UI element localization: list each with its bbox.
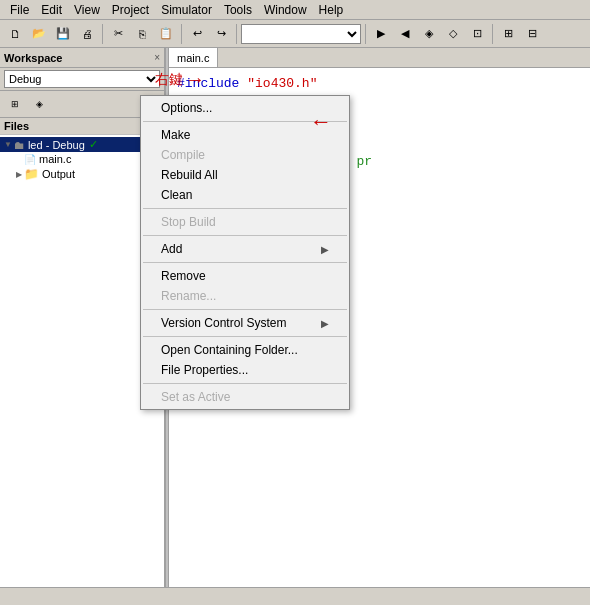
ctx-rebuild-all-label: Rebuild All xyxy=(161,168,218,182)
menubar: File Edit View Project Simulator Tools W… xyxy=(0,0,590,20)
folder-icon-output: 📁 xyxy=(24,167,39,181)
ctx-set-active-label: Set as Active xyxy=(161,390,230,404)
sidebar-header: Workspace × xyxy=(0,48,164,68)
toolbar-print[interactable]: 🖨 xyxy=(76,23,98,45)
toolbar-undo[interactable]: ↩ xyxy=(186,23,208,45)
toolbar-config-dropdown[interactable] xyxy=(241,24,361,44)
checkmark-icon: ✓ xyxy=(89,138,98,151)
ctx-open-folder[interactable]: Open Containing Folder... xyxy=(141,340,349,360)
ctx-file-properties[interactable]: File Properties... xyxy=(141,360,349,380)
menu-edit[interactable]: Edit xyxy=(35,1,68,19)
toolbar-sep4 xyxy=(365,24,366,44)
ctx-options-label: Options... xyxy=(161,101,212,115)
ctx-set-active: Set as Active xyxy=(141,387,349,407)
toolbar-btn9[interactable]: ⊡ xyxy=(466,23,488,45)
toolbar-save[interactable]: 💾 xyxy=(52,23,74,45)
ctx-sep6 xyxy=(143,336,347,337)
toolbar-new[interactable]: 🗋 xyxy=(4,23,26,45)
context-menu: Options... Make Compile Rebuild All Clea… xyxy=(140,95,350,410)
toolbar-btn10[interactable]: ⊞ xyxy=(497,23,519,45)
toolbar-btn6[interactable]: ◀ xyxy=(394,23,416,45)
toolbar-sep2 xyxy=(181,24,182,44)
tree-item-label-root: led - Debug xyxy=(28,139,85,151)
ctx-add-arrow: ▶ xyxy=(321,244,329,255)
toolbar-redo[interactable]: ↪ xyxy=(210,23,232,45)
ctx-sep5 xyxy=(143,309,347,310)
editor-tabs: main.c xyxy=(169,48,590,68)
ctx-clean[interactable]: Clean xyxy=(141,185,349,205)
editor-tab-label: main.c xyxy=(177,52,209,64)
toolbar: 🗋 📂 💾 🖨 ✂ ⎘ 📋 ↩ ↪ ▶ ◀ ◈ ◇ ⊡ ⊞ ⊟ xyxy=(0,20,590,48)
expand-arrow-output: ▶ xyxy=(16,170,22,179)
toolbar-copy[interactable]: ⎘ xyxy=(131,23,153,45)
toolbar-btn8[interactable]: ◇ xyxy=(442,23,464,45)
sidebar-close-button[interactable]: × xyxy=(154,52,160,63)
sidebar-dropdown-row: Debug Release xyxy=(0,68,164,91)
ctx-add-label: Add xyxy=(161,242,182,256)
ctx-make[interactable]: Make xyxy=(141,125,349,145)
file-icon-mainc: 📄 xyxy=(24,154,36,165)
editor-tab-mainc[interactable]: main.c xyxy=(169,48,218,67)
toolbar-btn5[interactable]: ▶ xyxy=(370,23,392,45)
code-include-file: "io430.h" xyxy=(247,76,317,91)
ctx-stop-build: Stop Build xyxy=(141,212,349,232)
ctx-compile-label: Compile xyxy=(161,148,205,162)
ctx-compile: Compile xyxy=(141,145,349,165)
ctx-add[interactable]: Add ▶ xyxy=(141,239,349,259)
toolbar-btn7[interactable]: ◈ xyxy=(418,23,440,45)
sidebar-files-label-text: Files xyxy=(4,120,29,132)
tree-item-label-mainc: main.c xyxy=(39,153,71,165)
menu-project[interactable]: Project xyxy=(106,1,155,19)
ctx-version-control[interactable]: Version Control System ▶ xyxy=(141,313,349,333)
ctx-make-label: Make xyxy=(161,128,190,142)
ctx-remove[interactable]: Remove xyxy=(141,266,349,286)
ctx-version-control-label: Version Control System xyxy=(161,316,286,330)
ctx-rebuild-all[interactable]: Rebuild All xyxy=(141,165,349,185)
sidebar-config-dropdown[interactable]: Debug Release xyxy=(4,70,160,88)
code-include: #include xyxy=(177,76,239,91)
ctx-rename: Rename... xyxy=(141,286,349,306)
toolbar-btn11[interactable]: ⊟ xyxy=(521,23,543,45)
toolbar-open[interactable]: 📂 xyxy=(28,23,50,45)
ctx-sep2 xyxy=(143,208,347,209)
code-line-1: #include "io430.h" xyxy=(177,74,582,94)
expand-arrow-root: ▼ xyxy=(4,140,12,149)
toolbar-cut[interactable]: ✂ xyxy=(107,23,129,45)
ctx-options[interactable]: Options... xyxy=(141,98,349,118)
ctx-sep3 xyxy=(143,235,347,236)
sidebar-toolbar-btn2[interactable]: ◈ xyxy=(28,93,50,115)
menu-help[interactable]: Help xyxy=(313,1,350,19)
ctx-clean-label: Clean xyxy=(161,188,192,202)
ctx-sep1 xyxy=(143,121,347,122)
ctx-sep4 xyxy=(143,262,347,263)
ctx-open-folder-label: Open Containing Folder... xyxy=(161,343,298,357)
ctx-sep7 xyxy=(143,383,347,384)
ctx-file-properties-label: File Properties... xyxy=(161,363,248,377)
statusbar xyxy=(0,587,590,605)
tree-item-label-output: Output xyxy=(42,168,75,180)
menu-view[interactable]: View xyxy=(68,1,106,19)
menu-simulator[interactable]: Simulator xyxy=(155,1,218,19)
toolbar-sep5 xyxy=(492,24,493,44)
toolbar-paste[interactable]: 📋 xyxy=(155,23,177,45)
sidebar-toolbar-btn1[interactable]: ⊞ xyxy=(4,93,26,115)
toolbar-sep1 xyxy=(102,24,103,44)
menu-tools[interactable]: Tools xyxy=(218,1,258,19)
ctx-remove-label: Remove xyxy=(161,269,206,283)
toolbar-sep3 xyxy=(236,24,237,44)
ctx-stop-build-label: Stop Build xyxy=(161,215,216,229)
sidebar-title: Workspace xyxy=(4,52,63,64)
menu-file[interactable]: File xyxy=(4,1,35,19)
ctx-rename-label: Rename... xyxy=(161,289,216,303)
folder-icon-root: 🖿 xyxy=(14,139,25,151)
ctx-version-control-arrow: ▶ xyxy=(321,318,329,329)
menu-window[interactable]: Window xyxy=(258,1,313,19)
